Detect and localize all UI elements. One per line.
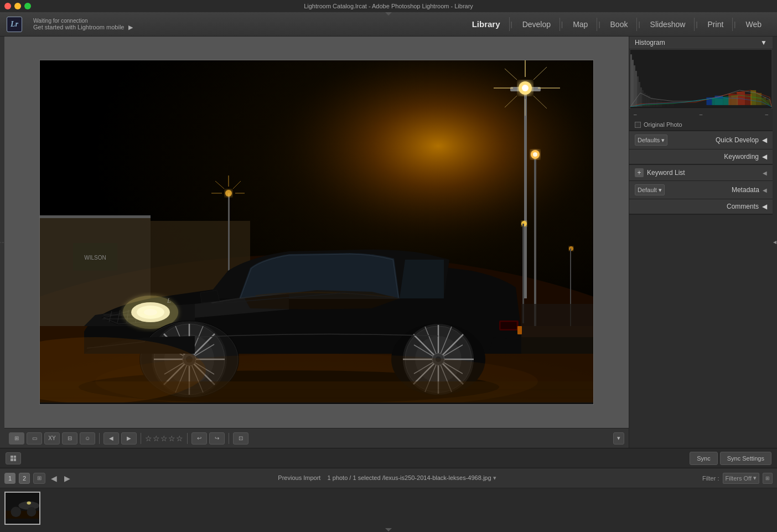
svg-rect-79 bbox=[521, 337, 593, 354]
original-photo-label: Original Photo bbox=[644, 121, 682, 128]
left-panel-resize[interactable]: ⋮ bbox=[0, 37, 4, 448]
original-photo-row: Original Photo bbox=[629, 119, 773, 131]
compare-view-button[interactable]: XY bbox=[44, 432, 60, 445]
histogram-header[interactable]: Histogram ▼ bbox=[629, 37, 773, 49]
filmstrip-end-button[interactable]: ⊞ bbox=[763, 473, 773, 484]
star-1[interactable]: ☆ bbox=[145, 434, 152, 443]
keyword-list-title: Keyword List bbox=[647, 169, 685, 177]
filmstrip-num-1[interactable]: 1 bbox=[4, 473, 15, 484]
content-row: ⋮ bbox=[0, 37, 777, 532]
metadata-dropdown[interactable]: Default ▾ bbox=[635, 184, 665, 195]
title-bar: Lightroom Catalog.lrcat - Adobe Photosho… bbox=[0, 0, 777, 12]
filmstrip-bottom-arrow bbox=[0, 528, 777, 532]
lr-logo-box: Lr bbox=[7, 17, 22, 32]
svg-point-29 bbox=[225, 190, 232, 197]
car-scene-svg: WILSON bbox=[40, 60, 593, 402]
bottom-arrow-icon bbox=[385, 528, 392, 531]
keywording-header[interactable]: Keywording ◀ bbox=[629, 149, 773, 164]
highlight-clipping[interactable]: – bbox=[765, 111, 768, 117]
sync-area: Sync Sync Settings bbox=[690, 452, 771, 465]
svg-rect-92 bbox=[637, 76, 639, 107]
metadata-section: Default ▾ Metadata ◀ bbox=[629, 181, 773, 199]
keywording-title: Keywording bbox=[724, 153, 759, 161]
histogram-collapse-icon: ▼ bbox=[760, 39, 767, 47]
filename-dropdown[interactable]: ▾ bbox=[493, 474, 496, 481]
face-detect-button[interactable]: ☺ bbox=[80, 432, 95, 445]
comments-collapse: ◀ bbox=[762, 203, 767, 210]
filmstrip-grid-button[interactable]: ⊞ bbox=[33, 473, 45, 484]
grid-icon-button[interactable] bbox=[6, 452, 21, 464]
star-3[interactable]: ☆ bbox=[160, 434, 168, 443]
toolbar-dropdown[interactable]: ▾ bbox=[613, 432, 624, 445]
filmstrip-thumb-1[interactable] bbox=[4, 492, 40, 525]
add-keyword-button[interactable]: + bbox=[635, 168, 644, 177]
middle-row: ⋮ bbox=[0, 37, 777, 448]
keyword-list-header[interactable]: + Keyword List ◀ bbox=[629, 165, 773, 180]
filter-label: Filter : bbox=[702, 475, 719, 482]
svg-rect-100 bbox=[653, 99, 656, 107]
quick-develop-left: Defaults ▾ bbox=[635, 135, 667, 146]
nav-book[interactable]: Book bbox=[602, 18, 638, 31]
nav-library[interactable]: Library bbox=[463, 17, 510, 31]
rotate-right-button[interactable]: ↪ bbox=[209, 432, 225, 445]
filmstrip-num-2[interactable]: 2 bbox=[19, 473, 30, 484]
svg-rect-116 bbox=[756, 93, 762, 105]
metadata-header[interactable]: Default ▾ Metadata ◀ bbox=[629, 181, 773, 199]
histogram-info: – bbox=[700, 111, 703, 117]
comments-header[interactable]: Comments ◀ bbox=[629, 199, 773, 214]
minimize-button[interactable] bbox=[14, 3, 21, 9]
prev-button[interactable]: ◀ bbox=[103, 432, 119, 445]
keyword-list-collapse: ◀ bbox=[763, 170, 767, 176]
filmstrip-next-button[interactable]: ▶ bbox=[62, 473, 72, 484]
filmstrip-top-bar: 1 2 ⊞ ◀ ▶ Previous Import 1 photo / 1 se… bbox=[0, 468, 777, 488]
maximize-button[interactable] bbox=[24, 3, 31, 9]
star-rating[interactable]: ☆ ☆ ☆ ☆ ☆ bbox=[145, 434, 183, 443]
svg-rect-21 bbox=[534, 154, 536, 326]
toolbar-right: ▾ bbox=[613, 432, 624, 445]
original-photo-checkbox[interactable] bbox=[635, 122, 641, 128]
svg-point-12 bbox=[522, 85, 529, 91]
svg-rect-77 bbox=[500, 322, 517, 329]
nav-print[interactable]: Print bbox=[699, 18, 733, 31]
metadata-collapse: ◀ bbox=[763, 187, 767, 193]
grid-view-button[interactable]: ⊞ bbox=[9, 432, 24, 445]
svg-rect-6 bbox=[40, 215, 151, 218]
loupe-view-button[interactable]: ▭ bbox=[27, 432, 42, 445]
histogram-section: Histogram ▼ bbox=[629, 37, 773, 131]
star-5[interactable]: ☆ bbox=[176, 434, 183, 443]
svg-text:WILSON: WILSON bbox=[84, 255, 106, 261]
quick-develop-collapse: ◀ bbox=[762, 136, 767, 144]
sync-settings-button[interactable]: Sync Settings bbox=[720, 452, 771, 465]
rotate-left-button[interactable]: ↩ bbox=[191, 432, 207, 445]
nav-web[interactable]: Web bbox=[737, 18, 770, 31]
crop-button[interactable]: ⊡ bbox=[233, 432, 248, 445]
star-4[interactable]: ☆ bbox=[168, 434, 175, 443]
close-button[interactable] bbox=[4, 3, 11, 9]
nav-develop[interactable]: Develop bbox=[514, 18, 560, 31]
histogram-svg bbox=[629, 49, 773, 110]
next-button[interactable]: ▶ bbox=[121, 432, 137, 445]
nav-slideshow[interactable]: Slideshow bbox=[641, 18, 695, 31]
svg-point-124 bbox=[27, 507, 36, 516]
bottom-bar: Sync Sync Settings bbox=[0, 448, 777, 468]
shadow-clipping[interactable]: – bbox=[634, 111, 637, 117]
sync-button[interactable]: Sync bbox=[690, 452, 717, 465]
toolbar-sep-4 bbox=[229, 433, 229, 444]
nav-map[interactable]: Map bbox=[564, 18, 597, 31]
svg-point-23 bbox=[533, 152, 537, 157]
comments-title: Comments bbox=[727, 203, 759, 210]
traffic-lights[interactable] bbox=[4, 3, 31, 9]
metadata-title: Metadata bbox=[732, 186, 759, 194]
connection-status: Waiting for connection bbox=[33, 18, 133, 24]
quick-develop-header[interactable]: Defaults ▾ Quick Develop ◀ bbox=[629, 131, 773, 149]
center-toolbar: ⊞ ▭ XY ⊟ ☺ ◀ ▶ ☆ ☆ ☆ ☆ ☆ ↩ ↪ bbox=[4, 428, 629, 448]
grid-4-icon bbox=[11, 456, 16, 461]
filter-dropdown[interactable]: Filters Off ▾ bbox=[723, 473, 759, 484]
defaults-dropdown[interactable]: Defaults ▾ bbox=[635, 135, 667, 146]
filmstrip-prev-button[interactable]: ◀ bbox=[49, 473, 59, 484]
filmstrip-scroll[interactable] bbox=[0, 488, 777, 528]
svg-rect-105 bbox=[670, 101, 675, 107]
star-2[interactable]: ☆ bbox=[153, 434, 160, 443]
survey-view-button[interactable]: ⊟ bbox=[62, 432, 77, 445]
right-panel-toggle[interactable] bbox=[773, 37, 777, 448]
